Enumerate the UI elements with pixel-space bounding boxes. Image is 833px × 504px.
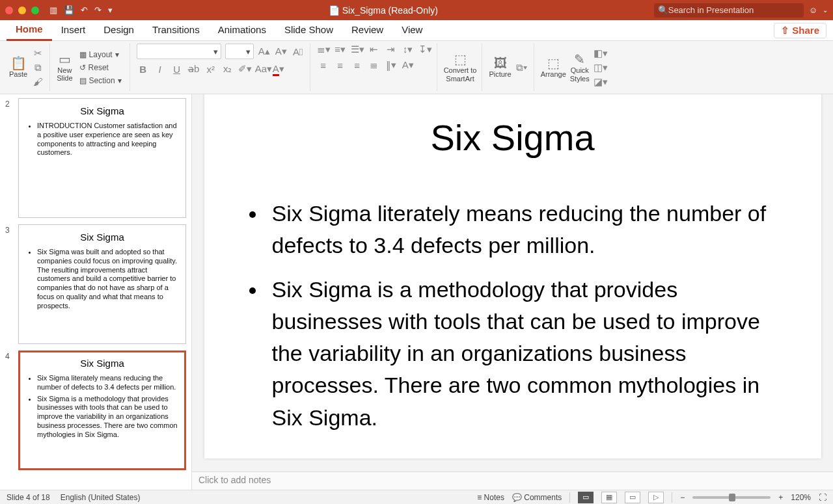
notes-pane[interactable]: Click to add notes (192, 471, 833, 490)
fit-to-window-button[interactable]: ⛶ (819, 493, 826, 502)
thumb-title: Six Sigma (27, 232, 178, 243)
picture-button[interactable]: 🖼 Picture (489, 57, 511, 78)
new-slide-button[interactable]: ▭ New Slide (57, 53, 72, 82)
clipboard-icon: 📋 (10, 57, 27, 70)
zoom-out-button[interactable]: − (680, 493, 685, 502)
reset-button[interactable]: ↺Reset (77, 62, 124, 73)
underline-icon[interactable]: U (171, 64, 184, 75)
increase-font-icon[interactable]: A▴ (258, 46, 271, 57)
section-button[interactable]: ▤Section ▾ (77, 75, 124, 86)
convert-smartart-button[interactable]: ⬚ Convert to SmartArt (444, 53, 477, 83)
change-case-icon[interactable]: Aa▾ (255, 63, 268, 75)
line-spacing-icon[interactable]: ↕▾ (402, 44, 415, 55)
new-slide-icon: ▭ (59, 53, 71, 66)
sorter-view-button[interactable]: ▦ (601, 492, 617, 503)
ribbon-tabs: Home Insert Design Transitions Animation… (0, 20, 833, 41)
window-controls (5, 7, 39, 14)
shape-outline-icon[interactable]: ◫▾ (594, 62, 607, 73)
align-center-icon[interactable]: ≡ (334, 60, 347, 71)
format-painter-icon[interactable]: 🖌 (31, 76, 44, 87)
layout-button[interactable]: ▦Layout ▾ (77, 49, 124, 60)
thumb-bullet: Six Sigma was built and adopted so that … (37, 248, 178, 310)
clear-format-icon[interactable]: A⃠ (292, 46, 305, 57)
zoom-slider[interactable] (692, 496, 771, 499)
slide-bullet[interactable]: Six Sigma literately means reducing the … (267, 198, 782, 262)
shape-effects-icon[interactable]: ◪▾ (594, 76, 607, 88)
increase-indent-icon[interactable]: ⇥ (385, 44, 398, 55)
text-direction-icon[interactable]: ↧▾ (418, 44, 431, 55)
zoom-in-button[interactable]: + (778, 493, 783, 502)
search-icon: 🔍 (658, 5, 668, 15)
user-icon[interactable]: ☺ (809, 5, 817, 15)
thumb-bullet: Six Sigma is a methodology that provides… (37, 395, 178, 440)
reading-view-button[interactable]: ▭ (625, 492, 640, 503)
gallery-icon[interactable]: ▥ (49, 5, 57, 15)
doc-icon: 📄 (329, 5, 340, 16)
normal-view-button[interactable]: ▭ (578, 492, 594, 503)
slideshow-view-button[interactable]: ▷ (648, 492, 664, 503)
slide-thumbnail[interactable]: Six Sigma Six Sigma was built and adopte… (18, 224, 186, 344)
bullets-icon[interactable]: ≣▾ (317, 44, 330, 55)
italic-icon[interactable]: I (154, 64, 167, 75)
copy-icon[interactable]: ⧉ (31, 62, 44, 73)
tab-design[interactable]: Design (94, 20, 143, 41)
slide-body[interactable]: Six Sigma literately means reducing the … (243, 198, 782, 434)
tab-home[interactable]: Home (7, 20, 52, 41)
search-box[interactable]: 🔍 (654, 3, 804, 18)
slide-canvas[interactable]: Six Sigma Six Sigma literately means red… (204, 94, 821, 458)
align-text-icon[interactable]: A▾ (402, 59, 415, 71)
fullscreen-window-button[interactable] (31, 7, 39, 14)
numbering-icon[interactable]: ≡▾ (334, 44, 347, 55)
qat-more-icon[interactable]: ▾ (108, 5, 113, 15)
share-button[interactable]: ⇧ Share (774, 23, 826, 38)
thumb-number: 4 (5, 351, 14, 470)
slide-thumbnail[interactable]: Six Sigma Six Sigma literately means red… (18, 351, 186, 470)
align-right-icon[interactable]: ≡ (351, 60, 364, 71)
thumb-bullet: Six Sigma literately means reducing the … (37, 374, 178, 392)
screenshot-icon[interactable]: ⧉▾ (515, 62, 528, 73)
align-left-icon[interactable]: ≡ (317, 60, 330, 71)
paste-button[interactable]: 📋 Paste (9, 57, 27, 78)
tab-slide-show[interactable]: Slide Show (275, 20, 342, 41)
tab-view[interactable]: View (392, 20, 431, 41)
notes-toggle[interactable]: ≡ Notes (477, 493, 504, 502)
cut-icon[interactable]: ✂ (31, 47, 44, 59)
user-menu-chevron-icon[interactable]: ⌄ (823, 7, 828, 14)
language-indicator[interactable]: English (United States) (61, 493, 141, 502)
decrease-font-icon[interactable]: A▾ (275, 46, 288, 57)
superscript-icon[interactable]: x² (204, 64, 217, 75)
undo-icon[interactable]: ↶ (81, 5, 88, 15)
justify-icon[interactable]: ≣ (368, 59, 381, 71)
list-level-icon[interactable]: ☰▾ (351, 44, 364, 55)
bold-icon[interactable]: B (137, 64, 150, 75)
decrease-indent-icon[interactable]: ⇤ (368, 44, 381, 55)
arrange-button[interactable]: ⬚ Arrange (541, 57, 566, 78)
tab-transitions[interactable]: Transitions (143, 20, 209, 41)
quick-access-toolbar: ▥ 💾 ↶ ↷ ▾ (49, 5, 113, 15)
quick-styles-button[interactable]: ✎ Quick Styles (570, 53, 590, 83)
tab-animations[interactable]: Animations (209, 20, 275, 41)
slide-bullet[interactable]: Six Sigma is a methodology that provides… (267, 274, 782, 434)
strikethrough-icon[interactable]: a̶b (187, 63, 200, 75)
search-input[interactable] (668, 5, 800, 15)
thumb-bullet: INTRODUCTION Customer satisfaction and a… (37, 122, 178, 157)
slide-thumbnail[interactable]: Six Sigma INTRODUCTION Customer satisfac… (18, 98, 186, 218)
font-family-dropdown[interactable]: ▾ (137, 44, 221, 59)
comments-toggle[interactable]: 💬 Comments (512, 493, 562, 502)
close-window-button[interactable] (5, 7, 13, 14)
thumb-number: 2 (5, 98, 14, 218)
tab-insert[interactable]: Insert (52, 20, 95, 41)
highlight-icon[interactable]: ✐▾ (238, 63, 251, 75)
ribbon: 📋 Paste ✂ ⧉ 🖌 ▭ New Slide ▦Layout ▾ ↺Res… (0, 41, 833, 94)
font-size-dropdown[interactable]: ▾ (225, 44, 254, 59)
slide-title[interactable]: Six Sigma (243, 116, 782, 159)
subscript-icon[interactable]: x₂ (221, 63, 234, 75)
minimize-window-button[interactable] (18, 7, 26, 14)
font-color-icon[interactable]: A▾ (272, 63, 285, 75)
shape-fill-icon[interactable]: ◧▾ (594, 47, 607, 59)
redo-icon[interactable]: ↷ (94, 5, 102, 15)
tab-review[interactable]: Review (342, 20, 392, 41)
columns-icon[interactable]: ‖▾ (385, 59, 398, 71)
save-icon[interactable]: 💾 (64, 5, 74, 15)
zoom-level[interactable]: 120% (791, 493, 811, 502)
